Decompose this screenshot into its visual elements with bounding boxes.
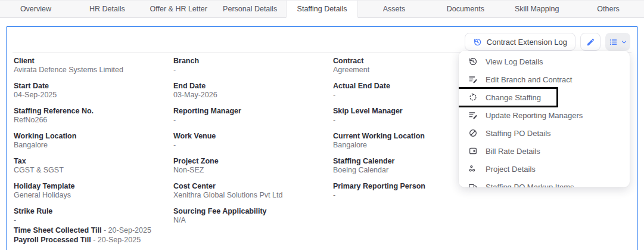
field-sourcing-fee-applicability: Sourcing Fee ApplicabilityN/A [173, 207, 333, 224]
field-value: - [333, 191, 493, 199]
field-branch: Branch- [173, 57, 333, 74]
edit-list-icon [468, 75, 478, 84]
detail-row: Staffing Reference No.RefNo266Reporting … [14, 107, 493, 132]
field-label: Reporting Manager [173, 107, 333, 115]
field-label: Sourcing Fee Applicability [173, 207, 333, 215]
field-value: General Holidays [14, 191, 173, 199]
field-empty [333, 207, 493, 224]
tab-offer-hr-letter[interactable]: Offer & HR Letter [143, 1, 214, 18]
details-grid: ClientAvirata Defence Systems LimitedBra… [14, 57, 493, 232]
tab-assets[interactable]: Assets [358, 1, 430, 18]
compass-icon [468, 128, 478, 138]
field-client: ClientAvirata Defence Systems Limited [14, 57, 173, 74]
menu-item-label: Change Staffing [486, 93, 541, 102]
tab-hr-details[interactable]: HR Details [71, 1, 143, 18]
actions-menu-toggle-button[interactable] [605, 33, 630, 51]
field-value: - [173, 116, 333, 124]
tab-documents[interactable]: Documents [430, 1, 501, 18]
tab-staffing-details[interactable]: Staffing Details [286, 1, 359, 18]
edit-list-icon [468, 110, 478, 120]
field-holiday-template: Holiday TemplateGeneral Holidays [14, 182, 173, 199]
tab-overview[interactable]: Overview [0, 1, 71, 18]
menu-item-view-log-details[interactable]: View Log Details [459, 53, 630, 70]
field-reporting-manager: Reporting Manager- [173, 107, 333, 124]
field-label: Client [14, 57, 173, 65]
chevron-down-icon [621, 39, 627, 45]
detail-row: Working LocationBangaloreWork Venue-Curr… [14, 132, 493, 157]
field-working-location: Working LocationBangalore [14, 132, 173, 149]
detail-row: TaxCGST & SGSTProject ZoneNon-SEZStaffin… [14, 157, 493, 182]
contract-extension-log-button[interactable]: Contract Extension Log [465, 33, 575, 51]
field-value: Avirata Defence Systems Limited [14, 66, 173, 74]
refresh-icon [468, 92, 478, 102]
field-start-date: Start Date04-Sep-2025 [14, 82, 173, 99]
tab-skill-mapping[interactable]: Skill Mapping [501, 1, 573, 18]
actions-dropdown-menu: View Log DetailsEdit Branch and Contract… [459, 51, 630, 187]
field-work-venue: Work Venue- [173, 132, 333, 149]
menu-item-edit-branch-and-contract[interactable]: Edit Branch and Contract [459, 70, 630, 88]
field-tax: TaxCGST & SGST [14, 157, 173, 174]
history-icon [468, 57, 478, 66]
footer-line-value: - 20-Sep-2025 [102, 226, 151, 234]
tab-others[interactable]: Others [573, 1, 644, 18]
tab-bar: OverviewHR DetailsOffer & HR LetterPerso… [0, 0, 644, 18]
menu-item-label: Update Reporting Managers [486, 111, 583, 120]
menu-item-update-reporting-managers[interactable]: Update Reporting Managers [459, 106, 630, 124]
contract-extension-log-label: Contract Extension Log [487, 38, 567, 47]
field-strike-rule: Strike Rule- [14, 207, 173, 224]
detail-row: ClientAvirata Defence Systems LimitedBra… [14, 57, 493, 82]
field-end-date: End Date03-May-2026 [173, 82, 333, 99]
field-label: Strike Rule [14, 207, 173, 215]
field-value: Bangalore [14, 141, 173, 149]
field-value: 04-Sep-2025 [14, 91, 173, 99]
pencil-icon [586, 38, 595, 47]
footer-summary: Time Sheet Collected Till - 20-Sep-2025P… [14, 226, 151, 245]
detail-row: Start Date04-Sep-2025End Date03-May-2026… [14, 82, 493, 107]
tab-personal-details[interactable]: Personal Details [214, 1, 286, 18]
edit-button[interactable] [580, 33, 601, 51]
field-value: Non-SEZ [173, 166, 333, 174]
field-value: 03-May-2026 [173, 91, 333, 99]
footer-line-value: - 20-Sep-2025 [91, 236, 141, 244]
menu-item-label: Staffing PO Markup Items [486, 183, 574, 188]
card-icon [468, 146, 478, 156]
menu-item-label: Staffing PO Details [486, 129, 551, 138]
history-icon [473, 38, 482, 47]
panel-toolbar: Contract Extension Log [465, 33, 630, 51]
field-project-zone: Project ZoneNon-SEZ [173, 157, 333, 174]
field-label: Staffing Reference No. [14, 107, 173, 115]
field-label: Work Venue [173, 132, 333, 140]
footer-line-payroll-processed-till: Payroll Processed Till - 20-Sep-2025 [14, 235, 151, 245]
field-value: CGST & SGST [14, 166, 173, 174]
field-value: - [173, 66, 333, 74]
menu-item-bill-rate-details[interactable]: Bill Rate Details [459, 142, 630, 160]
list-icon [609, 38, 618, 47]
field-value: - [173, 141, 333, 149]
field-label: End Date [173, 82, 333, 90]
field-label: Branch [173, 57, 333, 65]
field-value: RefNo266 [14, 116, 173, 124]
menu-item-label: Edit Branch and Contract [486, 75, 572, 84]
field-label: Tax [14, 157, 173, 165]
field-label: Holiday Template [14, 182, 173, 190]
truck-icon [468, 182, 478, 187]
menu-item-label: Bill Rate Details [486, 147, 540, 156]
footer-line-label: Payroll Processed Till [14, 236, 91, 244]
field-label: Start Date [14, 82, 173, 90]
footer-line-time-sheet-collected-till: Time Sheet Collected Till - 20-Sep-2025 [14, 226, 151, 235]
menu-item-label: View Log Details [486, 57, 543, 66]
footer-line-label: Time Sheet Collected Till [14, 226, 102, 234]
menu-item-label: Project Details [486, 165, 536, 174]
field-value: Xenithra Global Solutions Pvt Ltd [173, 191, 333, 199]
field-label: Working Location [14, 132, 173, 140]
hierarchy-icon [468, 164, 478, 174]
menu-item-staffing-po-markup-items[interactable]: Staffing PO Markup Items [459, 178, 630, 187]
detail-row: Holiday TemplateGeneral HolidaysCost Cen… [14, 182, 493, 207]
field-staffing-reference-no: Staffing Reference No.RefNo266 [14, 107, 173, 124]
menu-item-staffing-po-details[interactable]: Staffing PO Details [459, 124, 630, 142]
menu-item-project-details[interactable]: Project Details [459, 160, 630, 178]
field-label: Project Zone [173, 157, 333, 165]
field-cost-center: Cost CenterXenithra Global Solutions Pvt… [173, 182, 333, 199]
menu-item-change-staffing[interactable]: Change Staffing [459, 87, 558, 107]
field-value: - [14, 216, 173, 224]
